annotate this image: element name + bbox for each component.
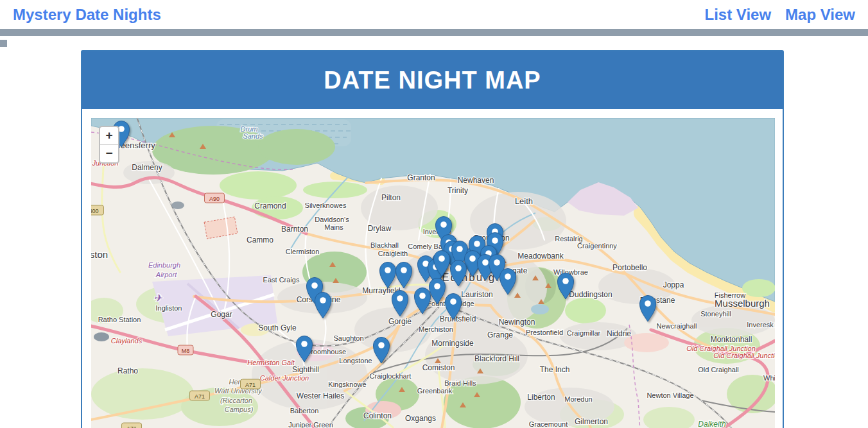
map-place-label: Cramond	[254, 201, 286, 210]
map-place-label: Gilmerton	[575, 417, 608, 426]
map-place-label: Liberton	[527, 393, 555, 402]
zoom-control: + −	[99, 126, 119, 164]
map-place-label: Airport	[155, 271, 177, 278]
map-place-label: Old Craighall Junction	[713, 352, 775, 359]
navbar: Mystery Date Nights List ViewMap View	[0, 0, 868, 29]
map-place-label: Grange	[487, 330, 513, 339]
map-place-label: (Riccarton	[220, 397, 252, 404]
scrollbar-corner	[0, 40, 7, 47]
map-place-label: Braid Hills	[444, 379, 476, 387]
page-title: DATE NIGHT MAP	[324, 67, 541, 94]
map-place-label: Clermiston	[286, 248, 320, 255]
road-ref-badge: 800	[91, 205, 104, 215]
map-place-label: Ingliston	[156, 304, 182, 312]
map-place-label: Kingsknowe	[328, 381, 366, 388]
map-card: DATE NIGHT MAP	[81, 50, 784, 428]
map-place-label: Blackhall	[370, 241, 399, 249]
map-place-label: Campus)	[225, 406, 254, 413]
map-canvas[interactable]: QueensferryDalmenyJunctionDrumSandsCramo…	[91, 118, 775, 428]
map-place-label: The Inch	[540, 365, 570, 374]
map-place-label: Leith	[515, 196, 533, 206]
map-place-label: Craigmillar	[567, 329, 601, 337]
svg-text:800: 800	[91, 208, 99, 214]
map-place-label: Barnton	[281, 225, 308, 234]
map-place-label: Juniper Green	[288, 421, 333, 428]
map-place-label: Newton Village	[647, 391, 693, 399]
map-place-label: Granton	[407, 173, 435, 182]
map-place-label: Gracemount	[529, 420, 568, 428]
map-place-label: East Craigs	[263, 276, 300, 284]
map-place-label: Ratho	[117, 366, 138, 375]
map-place-label: Hermiston Gait	[247, 359, 295, 366]
map-place-label: Newcraighall	[657, 322, 697, 330]
road-ref-badge: A71	[241, 379, 261, 389]
map-place-label: Musselburgh	[715, 298, 770, 309]
card-header: DATE NIGHT MAP	[82, 51, 783, 109]
map-place-label: Comiston	[422, 363, 455, 372]
map-place-label: Craiglockhart	[370, 372, 412, 380]
map-place-label: Niddrie	[607, 329, 631, 338]
road-ref-badge: A71	[122, 423, 142, 428]
map-place-label: Dalmeny	[132, 163, 162, 172]
map-place-label: Longstone	[339, 357, 372, 364]
map-place-label: Trinity	[447, 186, 468, 195]
svg-text:M8: M8	[182, 348, 190, 354]
nav-links: List ViewMap View	[704, 6, 855, 24]
map-place-label: Ratho Station	[98, 316, 141, 323]
map-place-label: Prestonfield	[526, 329, 563, 336]
map-place-label: Duddingston	[569, 290, 612, 299]
map-place-label: Sands	[243, 132, 263, 140]
horizontal-scrollbar[interactable]	[0, 29, 868, 36]
map-place-label: Meadowbank	[517, 252, 564, 261]
map-place-label: Saughton	[333, 334, 363, 342]
map-place-label: Bruntsfield	[440, 314, 476, 323]
map-place-label: Old Craighall	[698, 366, 739, 373]
map-place-label: Davidson's	[315, 216, 349, 223]
map-container[interactable]: QueensferryDalmenyJunctionDrumSandsCramo…	[91, 118, 775, 428]
map-place-label: Dalkeith	[698, 420, 726, 428]
map-place-label: Wester Hailes	[297, 391, 344, 400]
map-place-label: South Gyle	[258, 323, 297, 332]
map-place-label: Baberton	[290, 407, 319, 415]
map-place-label: Calder Junction	[260, 374, 309, 382]
map-place-label: Lauriston	[461, 290, 492, 299]
road-ref-badge: A71	[190, 391, 210, 400]
map-place-label: Newington	[499, 318, 535, 327]
map-place-label: Whit	[763, 374, 775, 382]
map-place-label: Inveresk	[747, 321, 774, 329]
map-place-label: Fisherrow	[715, 291, 745, 299]
map-place-label: Stoneyhill	[700, 310, 731, 318]
map-place-label: Portobello	[612, 263, 647, 272]
map-place-label: ✈	[153, 293, 163, 304]
zoom-in-button[interactable]: +	[100, 127, 118, 145]
map-place-label: Edinburgh	[148, 261, 180, 269]
road-ref-badge: A90	[205, 193, 225, 203]
map-place-label: Pilton	[381, 193, 401, 202]
map-place-label: Merchiston	[419, 325, 453, 333]
zoom-out-button[interactable]: −	[100, 145, 118, 162]
main-content: DATE NIGHT MAP	[0, 50, 868, 428]
map-place-label: Morningside	[431, 339, 474, 348]
map-place-label: Newhaven	[458, 176, 494, 185]
map-place-label: Sighthill	[292, 365, 319, 374]
svg-text:A71: A71	[245, 382, 256, 388]
nav-link-list-view[interactable]: List View	[704, 6, 771, 24]
map-place-label: Cammo	[247, 235, 273, 244]
map-place-label: Broomhouse	[306, 348, 346, 355]
map-place-label: Joppa	[663, 280, 684, 289]
svg-text:A71: A71	[195, 393, 205, 400]
svg-text:A90: A90	[209, 196, 220, 202]
map-place-label: Craigleith	[378, 250, 408, 257]
map-place-label: Greenbank	[417, 387, 453, 395]
map-place-label: Mains	[324, 223, 343, 231]
card-body: QueensferryDalmenyJunctionDrumSandsCramo…	[82, 109, 783, 428]
map-place-label: Monktonhall	[711, 335, 752, 344]
map-place-label: ston	[91, 249, 108, 260]
map-place-label: Oxgangs	[405, 414, 436, 423]
map-place-label: Colinton	[363, 411, 392, 420]
app-brand[interactable]: Mystery Date Nights	[13, 6, 161, 24]
road-ref-badge: M8	[178, 345, 193, 355]
map-place-label: Drylaw	[368, 224, 392, 233]
map-place-label: Moredun	[564, 395, 592, 403]
nav-link-map-view[interactable]: Map View	[785, 6, 855, 24]
